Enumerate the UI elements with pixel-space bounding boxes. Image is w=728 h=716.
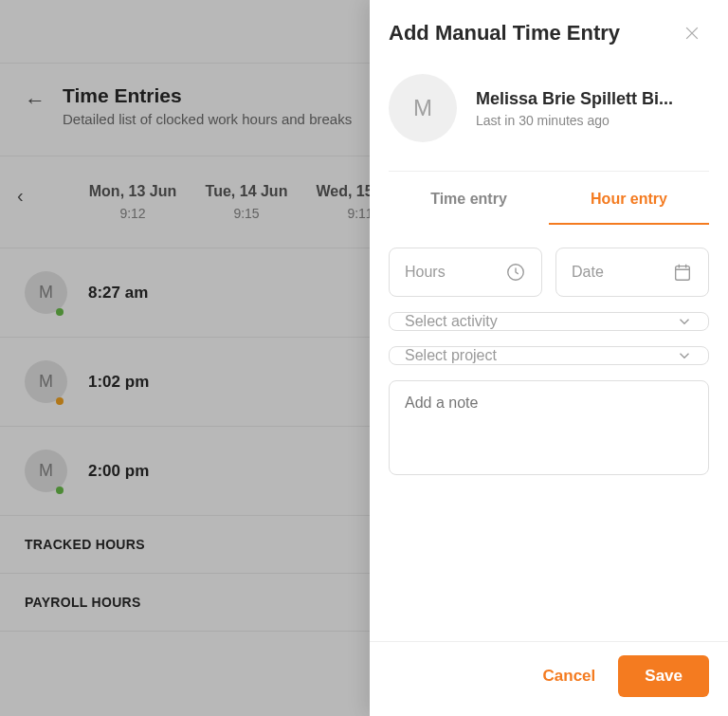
cancel-button[interactable]: Cancel	[543, 667, 596, 686]
user-info: Melissa Brie Spillett Bi... Last in 30 m…	[476, 89, 673, 128]
panel-title: Add Manual Time Entry	[389, 21, 620, 46]
save-button[interactable]: Save	[618, 655, 709, 697]
project-select[interactable]: Select project	[389, 346, 709, 365]
user-row: M Melissa Brie Spillett Bi... Last in 30…	[370, 66, 728, 171]
add-time-entry-panel: Add Manual Time Entry M Melissa Brie Spi…	[370, 0, 728, 716]
hours-date-row: Hours Date	[389, 248, 709, 297]
chevron-down-icon	[676, 347, 693, 364]
tab-hour-entry[interactable]: Hour entry	[549, 175, 709, 225]
hours-placeholder: Hours	[405, 264, 446, 281]
chevron-down-icon	[676, 313, 693, 330]
hours-input[interactable]: Hours	[389, 248, 542, 297]
panel-footer: Cancel Save	[370, 641, 728, 716]
clock-icon	[505, 262, 526, 283]
date-input[interactable]: Date	[555, 248, 709, 297]
hour-entry-form: Hours Date Select activity Select projec…	[370, 225, 728, 475]
close-icon	[682, 24, 701, 43]
date-placeholder: Date	[572, 264, 604, 281]
tabs-divider	[389, 171, 709, 172]
svg-rect-1	[676, 266, 690, 281]
tab-time-entry[interactable]: Time entry	[389, 175, 549, 225]
note-textarea[interactable]	[389, 380, 709, 475]
activity-select[interactable]: Select activity	[389, 312, 709, 331]
user-name: Melissa Brie Spillett Bi...	[476, 89, 673, 109]
panel-header: Add Manual Time Entry	[370, 0, 728, 66]
user-avatar: M	[389, 74, 457, 142]
user-last-seen: Last in 30 minutes ago	[476, 113, 673, 128]
entry-mode-tabs: Time entry Hour entry	[389, 175, 709, 225]
tabs-container: Time entry Hour entry	[370, 171, 728, 225]
project-placeholder: Select project	[405, 347, 497, 364]
close-button[interactable]	[681, 22, 703, 45]
activity-placeholder: Select activity	[405, 313, 498, 330]
calendar-icon	[672, 262, 693, 283]
